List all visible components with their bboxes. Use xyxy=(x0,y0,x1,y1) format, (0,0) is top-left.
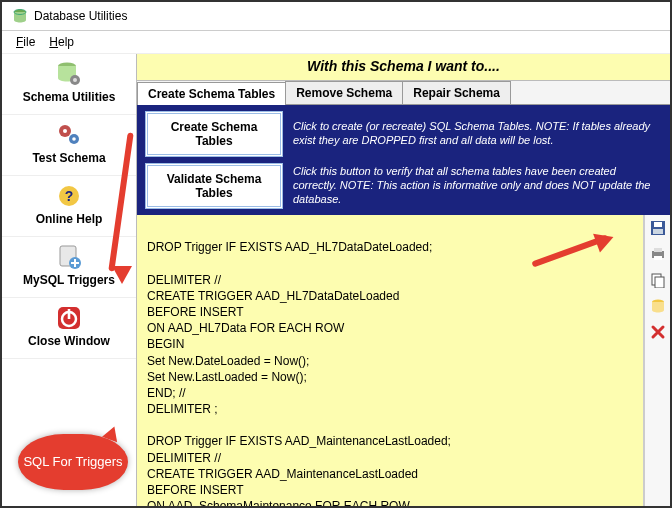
validate-schema-desc: Click this button to verify that all sch… xyxy=(293,165,662,206)
sql-script-add-icon xyxy=(55,243,83,271)
annotation-callout: SQL For Triggers xyxy=(18,434,128,490)
print-button[interactable] xyxy=(649,245,667,263)
create-schema-desc: Click to create (or recreate) SQL Schema… xyxy=(293,120,662,148)
svg-point-4 xyxy=(73,78,77,82)
svg-point-6 xyxy=(63,129,67,133)
sidebar-item-label: Close Window xyxy=(28,334,110,348)
svg-rect-23 xyxy=(655,277,664,288)
titlebar: Database Utilities xyxy=(2,2,670,31)
sidebar-item-mysql-triggers[interactable]: MySQL Triggers xyxy=(2,237,136,298)
copy-button[interactable] xyxy=(649,271,667,289)
sidebar-item-label: Schema Utilities xyxy=(23,90,116,104)
right-toolbar xyxy=(644,215,670,506)
menubar: File Help xyxy=(2,31,670,54)
action-row: Create Schema Tables Click to create (or… xyxy=(145,111,662,157)
sql-wrap: DROP Trigger IF EXISTS AAD_HL7DataDateLo… xyxy=(137,215,670,506)
svg-rect-21 xyxy=(654,256,662,260)
sidebar-item-label: MySQL Triggers xyxy=(23,273,115,287)
save-button[interactable] xyxy=(649,219,667,237)
sidebar-item-label: Test Schema xyxy=(32,151,105,165)
menu-help[interactable]: Help xyxy=(49,35,74,49)
app-icon xyxy=(12,8,28,24)
database-gear-icon xyxy=(55,60,83,88)
svg-rect-17 xyxy=(654,222,662,227)
delete-button[interactable] xyxy=(649,323,667,341)
gears-icon xyxy=(55,121,83,149)
tab-repair-schema[interactable]: Repair Schema xyxy=(402,81,511,104)
sidebar-item-test-schema[interactable]: Test Schema xyxy=(2,115,136,176)
sidebar-item-schema-utilities[interactable]: Schema Utilities xyxy=(2,54,136,115)
sidebar-item-label: Online Help xyxy=(36,212,103,226)
svg-text:?: ? xyxy=(65,188,74,204)
window-title: Database Utilities xyxy=(34,9,127,23)
help-globe-icon: ? xyxy=(55,182,83,210)
svg-rect-18 xyxy=(653,229,663,234)
tab-create-schema-tables[interactable]: Create Schema Tables xyxy=(137,82,286,105)
tab-remove-schema[interactable]: Remove Schema xyxy=(285,81,403,104)
validate-schema-tables-button[interactable]: Validate Schema Tables xyxy=(145,163,283,209)
action-row: Validate Schema Tables Click this button… xyxy=(145,163,662,209)
sidebar-item-close-window[interactable]: Close Window xyxy=(2,298,136,359)
menu-file[interactable]: File xyxy=(16,35,35,49)
app-window: Database Utilities File Help Schema Util… xyxy=(0,0,672,508)
power-icon xyxy=(55,304,83,332)
svg-rect-15 xyxy=(68,309,71,319)
database-button[interactable] xyxy=(649,297,667,315)
banner-text: With this Schema I want to.... xyxy=(137,54,670,81)
main: With this Schema I want to.... Create Sc… xyxy=(137,54,670,506)
svg-point-8 xyxy=(72,137,76,141)
tabstrip: Create Schema Tables Remove Schema Repai… xyxy=(137,81,670,105)
sidebar-item-online-help[interactable]: ? Online Help xyxy=(2,176,136,237)
action-panel: Create Schema Tables Click to create (or… xyxy=(137,105,670,215)
create-schema-tables-button[interactable]: Create Schema Tables xyxy=(145,111,283,157)
svg-rect-20 xyxy=(654,248,662,252)
sql-textarea[interactable]: DROP Trigger IF EXISTS AAD_HL7DataDateLo… xyxy=(137,215,644,506)
